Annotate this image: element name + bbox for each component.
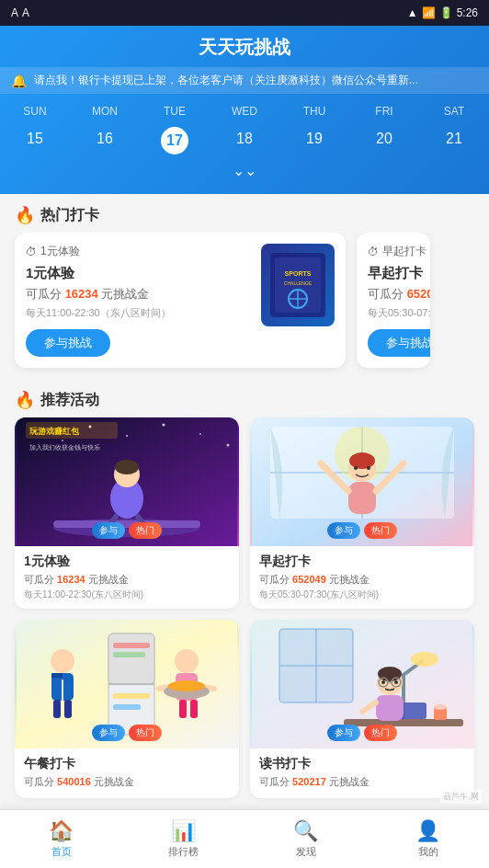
svg-point-31 xyxy=(349,452,375,469)
signal-icon: ▲ xyxy=(407,6,418,19)
svg-text:加入我们收获金钱与快乐: 加入我们收获金钱与快乐 xyxy=(29,444,100,451)
svg-point-14 xyxy=(227,444,230,447)
battery-icon: 🔋 xyxy=(439,6,453,19)
activity-3-join-badge[interactable]: 参与 xyxy=(92,725,125,741)
hot-card-1-prize-suffix: 元挑战金 xyxy=(101,287,149,301)
svg-point-36 xyxy=(367,466,370,470)
svg-text:玩游戏赚红包: 玩游戏赚红包 xyxy=(28,426,80,436)
fire-icon-hot: 🔥 xyxy=(15,205,35,225)
profile-icon: 👤 xyxy=(415,819,440,843)
activity-3-hot-badge: 热门 xyxy=(129,725,162,741)
activity-1-hot-badge: 热门 xyxy=(129,522,162,539)
activity-4-join-badge[interactable]: 参与 xyxy=(327,725,360,741)
nav-home[interactable]: 🏠 首页 xyxy=(0,814,122,864)
activity-card-2[interactable]: 参与 热门 早起打卡 可瓜分 652049 元挑战金 每天05:30-07:30… xyxy=(250,417,474,609)
hot-cards-list[interactable]: ⏱ 1元体验 1元体验 可瓜分 16234 元挑战金 每天11:00-22:30… xyxy=(0,233,489,379)
svg-point-74 xyxy=(434,704,447,710)
fire-icon-recommended: 🔥 xyxy=(15,390,35,410)
hot-card-1-badge: ⏱ 1元体验 xyxy=(26,244,250,259)
time-display: 5:26 xyxy=(457,6,478,19)
activity-grid: 玩游戏赚红包 加入我们收获金钱与快乐 参与 热门 1元体验 可瓜分 16234 … xyxy=(0,417,489,809)
status-bar: A A ▲ 📶 🔋 5:26 xyxy=(0,0,489,26)
nav-discover[interactable]: 🔍 发现 xyxy=(244,814,367,864)
svg-point-11 xyxy=(126,435,128,437)
weekday-tue: TUE xyxy=(140,105,210,118)
calendar-expand-arrow[interactable]: ⌄⌄ xyxy=(0,158,489,187)
hot-card-2-schedule: 每天05:30-07:30（东八区时间） xyxy=(368,306,430,320)
activity-1-prize: 可瓜分 16234 元挑战金 xyxy=(24,573,230,587)
svg-point-70 xyxy=(378,667,402,681)
status-left-icons: A A xyxy=(11,6,29,19)
activity-image-3: 参与 热门 xyxy=(15,620,239,748)
svg-point-35 xyxy=(354,466,358,470)
svg-point-75 xyxy=(381,680,385,684)
svg-text:CHALLENGE: CHALLENGE xyxy=(284,280,313,286)
weekday-wed: WED xyxy=(210,105,279,118)
hot-card-2-info: ⏱ 早起打卡 早起打卡 可瓜分 652049 元挑战金 每天05:30-07:3… xyxy=(368,244,430,357)
main-content: 🔥 热门打卡 ⏱ 1元体验 1元体验 可瓜分 16234 元挑战金 每天11:0… xyxy=(0,194,489,868)
activity-1-join-badge[interactable]: 参与 xyxy=(92,522,125,539)
activity-1-schedule: 每天11:00-22:30(东八区时间) xyxy=(24,588,230,601)
date-15[interactable]: 15 xyxy=(0,127,70,154)
hot-card-1-prize-prefix: 可瓜分 xyxy=(26,287,62,301)
discover-icon: 🔍 xyxy=(293,819,318,843)
act2-prize-prefix: 可瓜分 xyxy=(259,574,290,585)
hot-card-2-prize-prefix: 可瓜分 xyxy=(368,287,404,301)
svg-point-19 xyxy=(115,460,139,474)
act4-prize-amount: 520217 xyxy=(292,776,326,787)
svg-text:SPORTS: SPORTS xyxy=(285,270,312,277)
notice-bar[interactable]: 🔔 请点我！银行卡提现已上架，各位老客户请（关注庚激科技）微信公众号重新... xyxy=(0,67,489,94)
act2-prize-amount: 652049 xyxy=(292,574,326,585)
hot-card-2-badge-text: 早起打卡 xyxy=(382,244,426,259)
page-title: 天天玩挑战 xyxy=(0,35,489,67)
nav-profile[interactable]: 👤 我的 xyxy=(367,814,489,864)
act3-prize-suffix: 元挑战金 xyxy=(94,776,134,787)
activity-card-1[interactable]: 玩游戏赚红包 加入我们收获金钱与快乐 参与 热门 1元体验 可瓜分 16234 … xyxy=(15,417,239,609)
nav-rankings[interactable]: 📊 排行榜 xyxy=(122,814,244,864)
svg-point-51 xyxy=(175,649,199,673)
calendar: SUN MON TUE WED THU FRI SAT 15 16 17 18 … xyxy=(0,94,489,194)
hot-card-2-join-button[interactable]: 参与挑战 xyxy=(368,329,430,357)
recommended-section-title: 推荐活动 xyxy=(40,391,99,410)
hot-card-2-prize-amount: 652049 xyxy=(407,287,430,301)
hot-card-2-prize: 可瓜分 652049 元挑战金 xyxy=(368,286,430,303)
activity-3-badge: 参与 热门 xyxy=(92,725,162,741)
svg-rect-71 xyxy=(376,695,404,721)
date-21[interactable]: 21 xyxy=(419,127,489,154)
hot-section-header: 🔥 热门打卡 xyxy=(0,194,489,233)
activity-2-info: 早起打卡 可瓜分 652049 元挑战金 每天05:30-07:30(东八区时间… xyxy=(250,546,474,609)
recommended-section-header: 🔥 推荐活动 xyxy=(0,379,489,417)
activity-card-4[interactable]: 参与 热门 读书打卡 可瓜分 520217 元挑战金 xyxy=(250,620,474,798)
date-19[interactable]: 19 xyxy=(279,127,349,154)
activity-1-name: 1元体验 xyxy=(24,554,230,570)
hot-card-1-info: ⏱ 1元体验 1元体验 可瓜分 16234 元挑战金 每天11:00-22:30… xyxy=(26,244,250,357)
date-20[interactable]: 20 xyxy=(349,127,419,154)
svg-point-9 xyxy=(62,440,63,441)
activity-2-join-badge[interactable]: 参与 xyxy=(327,522,360,539)
activity-card-3[interactable]: 参与 热门 午餐打卡 可瓜分 540016 元挑战金 xyxy=(15,620,239,798)
svg-rect-57 xyxy=(179,700,187,718)
rankings-icon: 📊 xyxy=(171,819,196,843)
date-16[interactable]: 16 xyxy=(70,127,140,154)
act4-prize-suffix: 元挑战金 xyxy=(329,776,370,787)
icon-a1: A xyxy=(11,6,18,19)
activity-1-info: 1元体验 可瓜分 16234 元挑战金 每天11:00-22:30(东八区时间) xyxy=(15,546,239,609)
nav-rankings-label: 排行榜 xyxy=(168,845,199,859)
hot-card-2: ⏱ 早起打卡 早起打卡 可瓜分 652049 元挑战金 每天05:30-07:3… xyxy=(357,233,430,368)
hot-card-2-badge: ⏱ 早起打卡 xyxy=(368,244,430,259)
weekday-sat: SAT xyxy=(419,105,489,118)
svg-rect-44 xyxy=(113,704,141,710)
svg-rect-58 xyxy=(190,700,198,718)
activity-image-1: 玩游戏赚红包 加入我们收获金钱与快乐 参与 热门 xyxy=(15,417,239,546)
hot-section-title: 热门打卡 xyxy=(40,206,99,225)
act3-prize-amount: 540016 xyxy=(57,776,91,787)
weekday-sun: SUN xyxy=(0,105,70,118)
date-18[interactable]: 18 xyxy=(210,127,279,154)
act1-prize-prefix: 可瓜分 xyxy=(24,574,54,585)
hot-card-1-join-button[interactable]: 参与挑战 xyxy=(26,329,110,357)
hot-card-1-badge-text: 1元体验 xyxy=(40,244,80,259)
weekday-thu: THU xyxy=(279,105,349,118)
date-17-today[interactable]: 17 xyxy=(161,127,188,154)
act1-prize-suffix: 元挑战金 xyxy=(88,574,129,585)
hot-card-1-prize-amount: 16234 xyxy=(65,287,98,301)
